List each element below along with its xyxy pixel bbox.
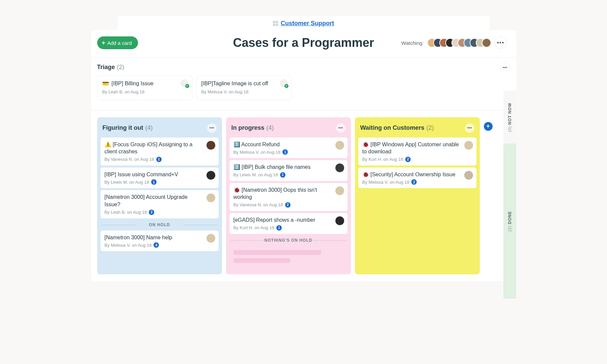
column-header: In progress(4) ••• — [229, 121, 348, 138]
columns: Figuring it out(4) ••• ⚠️ [Focus Group i… — [91, 110, 516, 281]
column-more-button[interactable]: ••• — [465, 123, 474, 133]
card-meta: By Leah B. on Aug 18 — [102, 89, 187, 94]
card-title: 🐞 [Nametron 3000] Oops this isn't workin… — [233, 186, 343, 201]
comment-count-badge: 2 — [411, 179, 417, 185]
board-card[interactable]: [IBP] Issue using Command+V By Lewis M. … — [101, 168, 219, 188]
avatar — [464, 171, 473, 180]
card-meta: By Kurt H. on Aug 18 2 — [362, 157, 472, 162]
svg-rect-1 — [276, 21, 278, 23]
column-header: Waiting on Customers(2) ••• — [358, 121, 476, 138]
board-card[interactable]: [eGADS] Report shows a -number By Kurt H… — [229, 213, 348, 234]
column-title: Waiting on Customers(2) — [360, 124, 434, 131]
card-title: [eGADS] Report shows a -number — [233, 216, 343, 224]
triage-label: Triage (2) — [97, 64, 510, 71]
board-card[interactable]: [Nametron 3000] Account Upgrade Issue? B… — [101, 190, 219, 218]
card-emoji-icon: 2️⃣ — [233, 164, 240, 170]
side-rails: (0) NOT NOW (2) DONE — [503, 91, 516, 299]
board-header: + Add a card Cases for a Programmer Watc… — [91, 30, 516, 57]
card-meta: By Melissa V. on Aug 18 — [201, 89, 286, 94]
card-title: ⚠️ [Focus Group iOS] Assigning to a clie… — [105, 141, 215, 155]
assign-icon[interactable] — [181, 79, 189, 87]
rail-done-label: DONE — [507, 211, 512, 224]
grid-icon — [273, 21, 278, 26]
triage-more-button[interactable]: ••• — [500, 62, 510, 72]
assign-icon[interactable] — [280, 79, 288, 87]
card-title: [Nametron 3000] Name help — [105, 234, 215, 241]
avatar — [206, 141, 215, 150]
card-emoji-icon: 🐞 — [362, 142, 369, 147]
svg-rect-0 — [273, 21, 275, 23]
watchers: Watching: ••• — [401, 37, 506, 49]
column-blue: Figuring it out(4) ••• ⚠️ [Focus Group i… — [97, 117, 222, 274]
card-title: 🐞 [IBP Windows App] Customer unable to d… — [362, 141, 472, 155]
card-meta: By Melissa V. on Aug 18 4 — [105, 242, 215, 248]
card-meta: By Melissa V. on Aug 18 1 — [233, 149, 343, 155]
avatar-stack[interactable] — [427, 38, 491, 48]
column-title: Figuring it out(4) — [103, 124, 153, 131]
board-more-button[interactable]: ••• — [495, 37, 507, 49]
breadcrumb-link[interactable]: Customer Support — [281, 20, 334, 27]
comment-count-badge: 1 — [276, 225, 282, 231]
triage-card[interactable]: 💳 [IBP] Billing Issue By Leah B. on Aug … — [97, 75, 192, 100]
avatar — [335, 216, 344, 225]
add-column-button[interactable]: + — [484, 122, 493, 131]
rail-notnow-label: NOT NOW — [507, 103, 512, 125]
column-yellow: Waiting on Customers(2) ••• 🐞 [IBP Windo… — [355, 117, 480, 274]
card-title: [IBP]Tagline Image is cut off — [201, 80, 286, 87]
comment-count-badge: 4 — [154, 242, 159, 248]
comment-count-badge: 2 — [285, 202, 291, 208]
rail-done-count: (2) — [507, 226, 512, 232]
board: + Add a card Cases for a Programmer Watc… — [91, 30, 516, 281]
card-emoji-icon: 🐞 — [233, 187, 240, 193]
breadcrumb: Customer Support — [118, 16, 490, 30]
placeholder — [229, 247, 348, 269]
avatar — [335, 141, 344, 150]
card-emoji-icon: 1️⃣ — [233, 142, 240, 147]
comment-count-badge: 1 — [156, 157, 162, 162]
card-emoji-icon: ⚠️ — [105, 142, 111, 147]
svg-rect-3 — [276, 24, 278, 26]
board-card[interactable]: 🐞 [IBP Windows App] Customer unable to d… — [358, 138, 476, 165]
column-more-button[interactable]: ••• — [336, 123, 346, 133]
card-title: 💳 [IBP] Billing Issue — [102, 80, 187, 87]
card-meta: By Vanessa N. on Aug 18 2 — [233, 202, 343, 208]
rail-notnow[interactable]: (0) NOT NOW — [503, 91, 516, 144]
card-meta: By Leah B. on Aug 18 2 — [105, 210, 215, 215]
board-card[interactable]: 🐞 [Security] Account Ownership Issue By … — [358, 168, 476, 188]
board-card[interactable]: 2️⃣ [IBP] Bulk change file names By Lewi… — [229, 160, 348, 181]
card-title: 🐞 [Security] Account Ownership Issue — [362, 171, 472, 178]
card-emoji-icon: 🐞 — [362, 172, 369, 177]
card-title: 2️⃣ [IBP] Bulk change file names — [233, 163, 343, 171]
rail-notnow-count: (0) — [507, 126, 512, 132]
card-meta: By Lewis M. on Aug 18 1 — [105, 179, 215, 185]
board-card[interactable]: 1️⃣ Account Refund By Melissa V. on Aug … — [229, 138, 348, 158]
triage-cards: 💳 [IBP] Billing Issue By Leah B. on Aug … — [97, 75, 510, 100]
page-title: Cases for a Programmer — [233, 36, 374, 50]
add-card-button[interactable]: + Add a card — [97, 36, 138, 49]
board-card[interactable]: 🐞 [Nametron 3000] Oops this isn't workin… — [229, 183, 348, 211]
card-meta: By Vanessa N. on Aug 18 1 — [105, 157, 215, 162]
svg-rect-2 — [273, 24, 275, 26]
rail-done[interactable]: (2) DONE — [503, 144, 516, 299]
comment-count-badge: 2 — [405, 157, 411, 162]
plus-icon: + — [102, 40, 106, 46]
avatar — [206, 234, 215, 243]
avatar — [482, 38, 491, 48]
board-card[interactable]: ⚠️ [Focus Group iOS] Assigning to a clie… — [101, 138, 219, 165]
column-pink: In progress(4) ••• 1️⃣ Account Refund By… — [226, 117, 351, 274]
column-header: Figuring it out(4) ••• — [101, 121, 219, 138]
comment-count-badge: 1 — [280, 172, 285, 178]
board-card[interactable]: [Nametron 3000] Name help By Melissa V. … — [101, 231, 219, 251]
card-meta: By Lewis M. on Aug 18 1 — [233, 172, 343, 178]
card-title: [IBP] Issue using Command+V — [105, 171, 215, 178]
triage-section: Triage (2) ••• 💳 [IBP] Billing Issue By … — [91, 57, 516, 110]
comment-count-badge: 1 — [282, 149, 288, 155]
avatar — [206, 193, 215, 202]
triage-card[interactable]: [IBP]Tagline Image is cut off By Melissa… — [196, 75, 292, 100]
column-title: In progress(4) — [231, 124, 274, 131]
card-title: 1️⃣ Account Refund — [233, 141, 343, 148]
nothing-on-hold-divider: NOTHING'S ON HOLD — [229, 238, 348, 243]
column-more-button[interactable]: ••• — [207, 123, 217, 133]
triage-label-text: Triage — [97, 64, 115, 71]
watching-label: Watching: — [401, 40, 423, 46]
